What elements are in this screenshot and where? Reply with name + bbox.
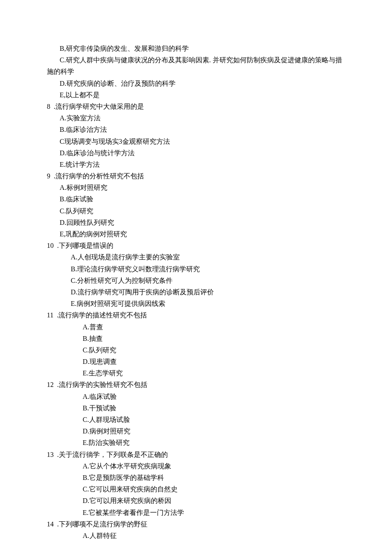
text-line: E,以上都不是 xyxy=(47,89,345,101)
text-line: E,巩配的病例对照研究 xyxy=(47,228,345,240)
text-line: C现场调变与现场实3金观察研究方法 xyxy=(47,136,345,147)
text-line: A.实验室方法 xyxy=(47,112,345,124)
text-line: A.临床试验 xyxy=(47,391,345,402)
text-line: E.它被某些学者看作是一门方法学 xyxy=(47,507,345,518)
text-line: E.防治实验研究 xyxy=(47,437,345,448)
text-line: 9 .流行病学的分析性研究不包括 xyxy=(47,170,345,182)
text-line: D.临床诊治与统计学方法 xyxy=(47,147,345,159)
text-line: E.生态学研究 xyxy=(47,367,345,379)
text-line: 13 .关于流行徜学，下列联条是不正确的 xyxy=(47,449,345,460)
text-line: C.研究人群中疾病与健康状况的分布及其影响因素. 并研究如何防制疾病及促进健康的… xyxy=(47,54,345,66)
text-line: B.抽查 xyxy=(47,333,345,344)
text-line: D.回顾性队列研究 xyxy=(47,217,345,228)
text-line: A.标例对照研究 xyxy=(47,182,345,193)
text-line: C.队列研究 xyxy=(47,205,345,217)
text-line: 8 .流行病学研究中大做采用的是 xyxy=(47,101,345,112)
text-line: C.人群现场试脸 xyxy=(47,414,345,425)
text-line: E.病例对照研宪可提供病因线索 xyxy=(47,298,345,309)
text-line: D.研究疾病的诊断、治疗及预防的科学 xyxy=(47,78,345,89)
text-line: D.病例对照研究 xyxy=(47,425,345,437)
text-line: B.理论流行病学研究义叫数理流行病学研究 xyxy=(47,263,345,275)
text-line: B.临床试验 xyxy=(47,193,345,205)
text-line: D.流行病学研究可陶用于疾病的诊断及预后评价 xyxy=(47,286,345,298)
text-line: 12 .流行病学的实验性研究不包括 xyxy=(47,379,345,390)
text-line: D.它可以用来研究疾病的桥因 xyxy=(47,495,345,506)
text-line: B.它是预防医学的基础学科 xyxy=(47,472,345,483)
text-line: C.分析性研究可人为控制研究条件 xyxy=(47,275,345,286)
text-line: D.现患调查 xyxy=(47,356,345,367)
text-line: 10 .下列哪项是惜误的 xyxy=(47,240,345,251)
text-line: C.它可以用来研究疾病的自然史 xyxy=(47,483,345,495)
text-line: 施的科学 xyxy=(47,66,345,77)
text-line: B.干预试验 xyxy=(47,402,345,414)
text-line: A.人群特征 xyxy=(47,530,345,541)
text-line: 11 .流行病学的描述性研究不包括 xyxy=(47,309,345,321)
text-line: A.人创现场是流行病学主要的实验室 xyxy=(47,251,345,263)
text-line: B,研究非传染病的发生、发展和游归的科学 xyxy=(47,43,345,54)
text-line: A.它从个体水平研究疾病现象 xyxy=(47,460,345,472)
text-line: B.临床诊治方法 xyxy=(47,124,345,135)
document-page: B,研究非传染病的发生、发展和游归的科学C.研究人群中疾病与健康状况的分布及其影… xyxy=(0,0,392,555)
text-line: A.普查 xyxy=(47,321,345,333)
text-line: E.统计学方法 xyxy=(47,159,345,170)
text-line: 14 .下列哪项不足流行病学的野征 xyxy=(47,518,345,530)
text-line: C.队列研究 xyxy=(47,344,345,356)
